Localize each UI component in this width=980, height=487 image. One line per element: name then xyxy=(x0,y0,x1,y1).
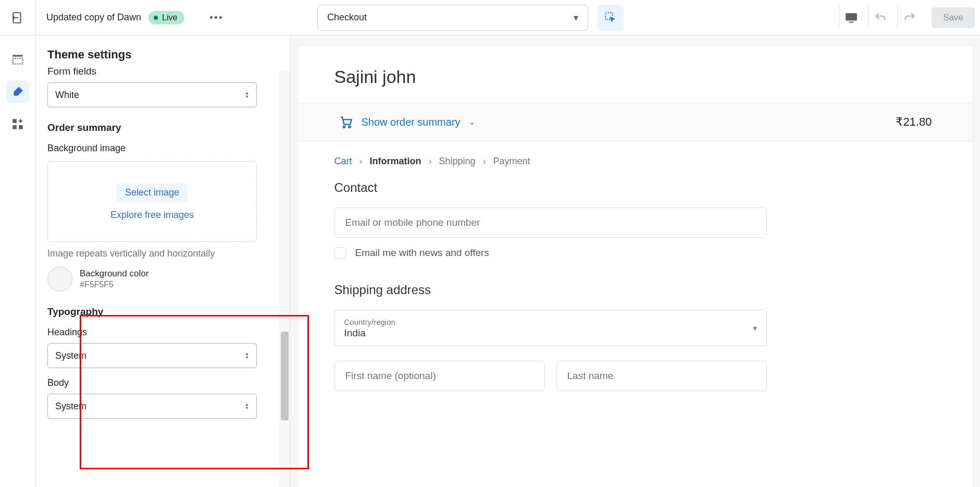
body-label: Body xyxy=(47,378,278,388)
paintbrush-icon xyxy=(11,85,24,99)
more-menu-button[interactable] xyxy=(205,7,226,28)
breadcrumb-payment: Payment xyxy=(493,156,530,167)
headings-value: System xyxy=(55,350,86,361)
select-caret-icon: ▲▼ xyxy=(245,403,249,410)
background-color-hex: #F5F5F5 xyxy=(80,280,148,289)
svg-rect-2 xyxy=(846,13,857,20)
checkout-preview: Sajini john Show order summary ⌄ ₹21.80 … xyxy=(298,46,973,487)
device-preview-button[interactable] xyxy=(839,6,863,30)
body-value: System xyxy=(55,401,86,412)
select-image-button[interactable]: Select image xyxy=(117,183,188,202)
select-caret-icon: ▲▼ xyxy=(245,91,249,99)
form-fields-select[interactable]: White ▲▼ xyxy=(47,82,257,107)
country-value: India xyxy=(344,327,395,339)
select-caret-icon: ▲▼ xyxy=(245,352,249,359)
image-repeat-help: Image repeats vertically and horizontall… xyxy=(47,248,278,259)
live-status-badge: Live xyxy=(148,11,184,25)
scrollbar-thumb[interactable] xyxy=(281,332,289,420)
svg-rect-4 xyxy=(13,55,23,56)
sections-tab[interactable] xyxy=(6,48,29,71)
svg-rect-6 xyxy=(13,119,17,123)
svg-rect-8 xyxy=(19,125,23,129)
inspector-button[interactable] xyxy=(598,5,624,31)
background-image-label: Background image xyxy=(47,143,278,154)
background-color-row[interactable]: Background color #F5F5F5 xyxy=(47,266,278,291)
redo-button[interactable] xyxy=(897,6,921,30)
chevron-right-icon: › xyxy=(429,156,432,167)
undo-button[interactable] xyxy=(868,6,892,30)
newsletter-label: Email me with news and offers xyxy=(355,247,489,259)
last-name-field[interactable]: Last name xyxy=(556,361,767,391)
order-total: ₹21.80 xyxy=(896,115,932,129)
theme-name: Updated copy of Dawn xyxy=(46,12,141,23)
redo-icon xyxy=(903,11,916,25)
svg-point-10 xyxy=(349,126,351,128)
order-summary-heading: Order summary xyxy=(47,122,278,133)
country-label: Country/region xyxy=(344,318,395,326)
undo-icon xyxy=(874,11,887,25)
email-field[interactable]: Email or mobile phone number xyxy=(334,208,767,238)
exit-editor-button[interactable] xyxy=(0,0,36,35)
sections-icon xyxy=(11,53,24,66)
order-summary-label: Show order summary xyxy=(362,116,461,128)
form-fields-label: Form fields xyxy=(47,67,278,77)
explore-images-link[interactable]: Explore free images xyxy=(110,210,194,221)
caret-down-icon: ▾ xyxy=(574,12,578,23)
chevron-down-icon: ⌄ xyxy=(469,118,475,126)
background-color-label: Background color xyxy=(80,269,148,279)
headings-label: Headings xyxy=(47,327,278,338)
theme-settings-tab[interactable] xyxy=(6,80,29,103)
inspector-icon xyxy=(604,11,617,25)
typography-heading: Typography xyxy=(47,306,278,318)
store-name: Sajini john xyxy=(298,46,973,103)
app-blocks-icon xyxy=(11,117,24,131)
page-selector[interactable]: Checkout ▾ xyxy=(317,5,588,31)
headings-select[interactable]: System ▲▼ xyxy=(47,343,257,368)
caret-down-icon: ▾ xyxy=(753,323,757,333)
breadcrumb-cart[interactable]: Cart xyxy=(334,156,352,167)
svg-rect-5 xyxy=(13,58,23,64)
breadcrumb-information: Information xyxy=(370,156,421,167)
shipping-heading: Shipping address xyxy=(298,259,973,305)
app-embeds-tab[interactable] xyxy=(6,113,29,136)
cart-icon xyxy=(339,115,353,129)
ellipsis-icon xyxy=(210,16,222,19)
chevron-right-icon: › xyxy=(483,156,486,167)
form-fields-value: White xyxy=(55,90,79,101)
breadcrumb-shipping: Shipping xyxy=(439,156,476,167)
svg-rect-3 xyxy=(849,21,853,22)
svg-point-9 xyxy=(343,126,345,128)
breadcrumb: Cart › Information › Shipping › Payment xyxy=(298,141,973,167)
body-select[interactable]: System ▲▼ xyxy=(47,394,257,419)
desktop-icon xyxy=(845,11,858,25)
panel-title: Theme settings xyxy=(36,35,290,67)
order-summary-toggle[interactable]: Show order summary ⌄ ₹21.80 xyxy=(298,103,973,141)
background-color-swatch[interactable] xyxy=(47,266,72,291)
chevron-right-icon: › xyxy=(359,156,363,167)
newsletter-checkbox[interactable] xyxy=(334,247,346,259)
save-button[interactable]: Save xyxy=(932,7,975,28)
contact-heading: Contact xyxy=(298,167,973,202)
page-selector-label: Checkout xyxy=(327,12,367,23)
panel-scrollbar[interactable] xyxy=(279,71,290,487)
background-image-picker[interactable]: Select image Explore free images xyxy=(47,161,257,242)
exit-icon xyxy=(11,11,24,25)
country-select[interactable]: Country/region India ▾ xyxy=(334,310,767,346)
svg-rect-7 xyxy=(13,125,17,129)
first-name-field[interactable]: First name (optional) xyxy=(334,361,545,391)
